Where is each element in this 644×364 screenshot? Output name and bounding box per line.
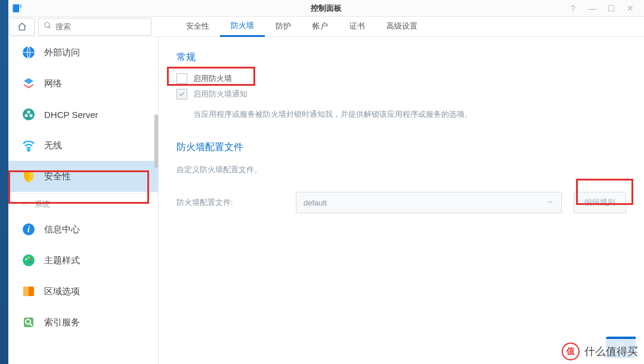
region-icon (21, 284, 36, 298)
sidebar-item-index[interactable]: 索引服务 (8, 307, 158, 338)
close-button[interactable]: ✕ (624, 2, 637, 15)
sidebar-group-system[interactable]: 系统 (8, 195, 158, 214)
sidebar-item-info[interactable]: i 信息中心 (8, 214, 158, 245)
profile-description: 自定义防火墙配置文件。 (177, 162, 626, 181)
chevron-down-icon (547, 198, 554, 207)
sidebar-item-region[interactable]: 区域选项 (8, 276, 158, 307)
profile-select[interactable]: default (296, 192, 562, 213)
section-profile-title: 防火墙配置文件 (177, 141, 626, 154)
sidebar: 外部访问 网络 DHCP Server 无线 安全性 (8, 37, 159, 364)
edit-rules-button[interactable]: 编辑规则 (574, 192, 626, 213)
svg-point-3 (45, 22, 49, 27)
sidebar-item-label: 信息中心 (44, 224, 80, 235)
tab-security[interactable]: 安全性 (175, 17, 220, 37)
svg-rect-1 (20, 4, 22, 8)
tabs: 安全性 防火墙 防护 帐户 证书 高级设置 (175, 17, 428, 37)
notify-description: 当应用程序或服务被防火墙封锁时通知我，并提供解锁该应用程序或服务的选项。 (177, 103, 626, 122)
svg-point-6 (23, 108, 35, 120)
info-icon: i (21, 222, 36, 237)
window-title: 控制面板 (8, 3, 644, 14)
chevron-up-icon (21, 200, 29, 209)
tab-firewall[interactable]: 防火墙 (220, 17, 265, 37)
svg-point-17 (29, 261, 31, 263)
globe-icon (21, 45, 36, 60)
wifi-icon (21, 138, 36, 153)
profile-select-value: default (304, 198, 327, 207)
sidebar-item-network[interactable]: 网络 (8, 68, 158, 99)
sidebar-item-label: 安全性 (44, 171, 71, 182)
tab-account[interactable]: 帐户 (302, 17, 339, 37)
svg-point-15 (27, 256, 29, 258)
enable-firewall-row[interactable]: 启用防火墙 (177, 72, 626, 88)
app-icon (8, 0, 26, 17)
svg-rect-2 (20, 8, 22, 13)
enable-firewall-label: 启用防火墙 (193, 73, 232, 84)
sidebar-scrollbar[interactable] (154, 114, 158, 168)
sidebar-item-wireless[interactable]: 无线 (8, 130, 158, 161)
content-area: 常规 启用防火墙 启用防火墙通知 当应用程序或服务被防火墙封锁时通知我，并提供解… (159, 37, 644, 364)
svg-point-16 (30, 258, 32, 260)
sidebar-item-dhcp[interactable]: DHCP Server (8, 99, 158, 130)
sidebar-item-label: 区域选项 (44, 286, 80, 297)
toolbar: 安全性 防火墙 防护 帐户 证书 高级设置 (8, 17, 644, 37)
titlebar: 控制面板 ? — ☐ ✕ (8, 0, 644, 17)
enable-notify-label: 启用防火墙通知 (193, 89, 247, 99)
sidebar-item-label: 索引服务 (44, 317, 80, 328)
sidebar-item-security[interactable]: 安全性 (8, 161, 158, 192)
tab-cert[interactable]: 证书 (339, 17, 376, 37)
svg-point-13 (23, 254, 35, 266)
sidebar-item-label: 外部访问 (44, 47, 80, 58)
sidebar-item-label: 网络 (44, 78, 62, 89)
svg-point-8 (30, 114, 33, 117)
sidebar-item-label: DHCP Server (44, 110, 98, 120)
maximize-button[interactable]: ☐ (605, 2, 618, 15)
watermark-badge: 值 (562, 343, 580, 360)
enable-notify-row: 启用防火墙通知 (177, 88, 626, 103)
search-input[interactable] (55, 22, 146, 31)
index-icon (21, 315, 36, 329)
home-button[interactable] (10, 18, 35, 36)
svg-rect-0 (13, 4, 20, 13)
palette-icon (21, 253, 36, 267)
svg-point-9 (27, 111, 30, 114)
sidebar-item-external[interactable]: 外部访问 (8, 37, 158, 68)
sidebar-group-label: 系统 (35, 199, 50, 210)
desktop-left-strip (0, 0, 8, 364)
profile-label: 防火墙配置文件: (177, 197, 284, 208)
enable-notify-checkbox (177, 89, 187, 99)
tab-protect[interactable]: 防护 (265, 17, 302, 37)
sidebar-item-label: 无线 (44, 140, 62, 151)
svg-point-7 (25, 114, 28, 117)
help-button[interactable]: ? (566, 2, 580, 15)
section-general-title: 常规 (177, 51, 626, 64)
minimize-button[interactable]: — (586, 2, 599, 15)
watermark: 值 什么值得买 (556, 339, 644, 364)
enable-firewall-checkbox[interactable] (177, 73, 187, 84)
sidebar-item-theme[interactable]: 主题样式 (8, 245, 158, 276)
svg-line-4 (49, 26, 51, 28)
search-icon (44, 21, 52, 32)
shield-icon (21, 169, 36, 183)
svg-point-10 (28, 150, 30, 151)
sidebar-separator (8, 193, 158, 194)
sidebar-item-label: 主题样式 (44, 255, 80, 266)
dhcp-icon (21, 107, 36, 122)
watermark-text: 什么值得买 (584, 344, 638, 359)
svg-point-14 (25, 258, 27, 260)
network-icon (21, 76, 36, 91)
svg-rect-19 (23, 287, 29, 296)
control-panel-window: 控制面板 ? — ☐ ✕ 安全性 防火墙 防护 帐户 (8, 0, 644, 364)
search-box[interactable] (38, 18, 151, 36)
tab-advanced[interactable]: 高级设置 (376, 17, 428, 37)
